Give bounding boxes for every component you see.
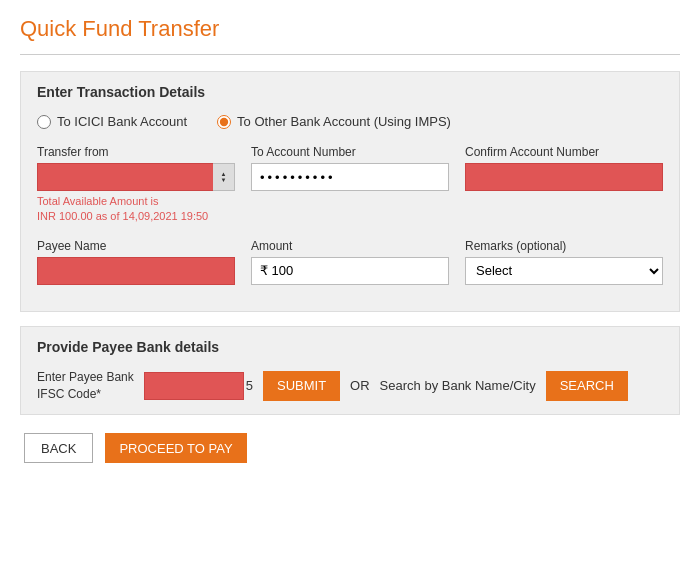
radio-icici-label: To ICICI Bank Account bbox=[57, 114, 187, 129]
ifsc-input[interactable] bbox=[144, 372, 244, 400]
to-account-input[interactable] bbox=[251, 163, 449, 191]
search-by-label: Search by Bank Name/City bbox=[380, 378, 536, 393]
payee-name-group: Payee Name bbox=[37, 239, 235, 285]
remarks-select-wrapper: Select bbox=[465, 257, 663, 285]
radio-icici-input[interactable] bbox=[37, 115, 51, 129]
amount-label: Amount bbox=[251, 239, 449, 253]
radio-other[interactable]: To Other Bank Account (Using IMPS) bbox=[217, 114, 451, 129]
remarks-select[interactable]: Select bbox=[465, 257, 663, 285]
confirm-account-group: Confirm Account Number bbox=[465, 145, 663, 225]
bank-type-radio-group: To ICICI Bank Account To Other Bank Acco… bbox=[37, 114, 663, 129]
transfer-from-spinner[interactable] bbox=[213, 163, 235, 191]
ifsc-suffix: 5 bbox=[246, 378, 253, 393]
form-row-2: Payee Name Amount Remarks (optional) Sel… bbox=[37, 239, 663, 285]
to-account-label: To Account Number bbox=[251, 145, 449, 159]
confirm-account-label: Confirm Account Number bbox=[465, 145, 663, 159]
transfer-from-group: Transfer from Total Available Amount is … bbox=[37, 145, 235, 225]
search-button[interactable]: SEARCH bbox=[546, 371, 628, 401]
available-amount-text: Total Available Amount is INR 100.00 as … bbox=[37, 194, 235, 225]
footer: BACK PROCEED TO PAY bbox=[20, 433, 680, 463]
bank-row: Enter Payee Bank IFSC Code* 5 SUBMIT OR … bbox=[37, 369, 663, 403]
back-button[interactable]: BACK bbox=[24, 433, 93, 463]
amount-group: Amount bbox=[251, 239, 449, 285]
or-label: OR bbox=[350, 378, 370, 393]
transaction-section: Enter Transaction Details To ICICI Bank … bbox=[20, 71, 680, 312]
radio-other-label: To Other Bank Account (Using IMPS) bbox=[237, 114, 451, 129]
transfer-from-wrapper bbox=[37, 163, 235, 191]
submit-button[interactable]: SUBMIT bbox=[263, 371, 340, 401]
title-divider bbox=[20, 54, 680, 55]
remarks-label: Remarks (optional) bbox=[465, 239, 663, 253]
to-account-group: To Account Number bbox=[251, 145, 449, 225]
radio-icici[interactable]: To ICICI Bank Account bbox=[37, 114, 187, 129]
payee-name-label: Payee Name bbox=[37, 239, 235, 253]
amount-input[interactable] bbox=[251, 257, 449, 285]
bank-section-title: Provide Payee Bank details bbox=[37, 339, 663, 355]
bank-section: Provide Payee Bank details Enter Payee B… bbox=[20, 326, 680, 416]
radio-other-input[interactable] bbox=[217, 115, 231, 129]
ifsc-input-wrapper: 5 bbox=[144, 372, 253, 400]
proceed-button[interactable]: PROCEED TO PAY bbox=[105, 433, 246, 463]
page-title: Quick Fund Transfer bbox=[20, 16, 680, 42]
form-row-1: Transfer from Total Available Amount is … bbox=[37, 145, 663, 225]
remarks-group: Remarks (optional) Select bbox=[465, 239, 663, 285]
transfer-from-label: Transfer from bbox=[37, 145, 235, 159]
transfer-from-input[interactable] bbox=[37, 163, 235, 191]
confirm-account-input[interactable] bbox=[465, 163, 663, 191]
transaction-section-title: Enter Transaction Details bbox=[37, 84, 663, 100]
payee-name-input[interactable] bbox=[37, 257, 235, 285]
ifsc-label: Enter Payee Bank IFSC Code* bbox=[37, 369, 134, 403]
